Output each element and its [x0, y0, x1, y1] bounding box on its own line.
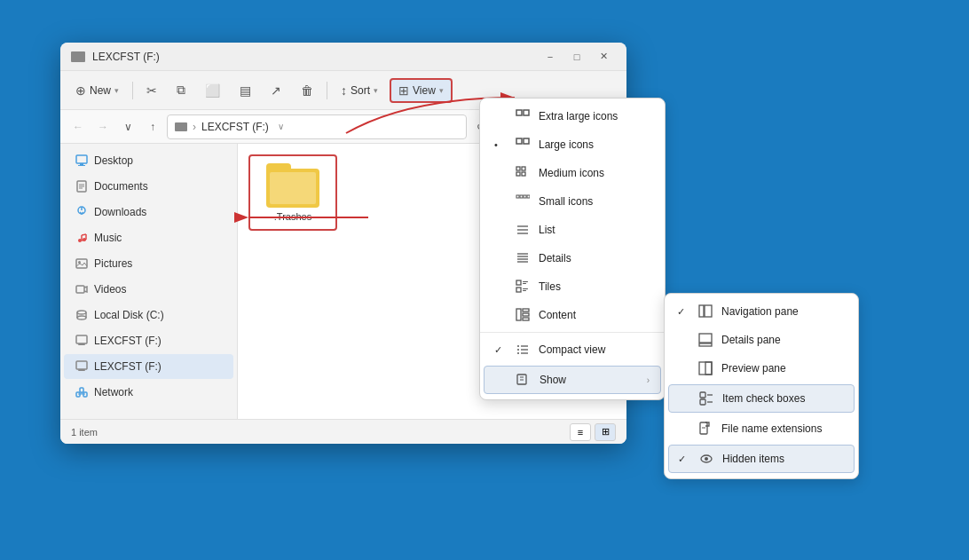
list-icon — [516, 223, 530, 237]
sidebar-item-local-disk[interactable]: Local Disk (C:) — [64, 303, 233, 327]
new-button[interactable]: ⊕ New ▾ — [67, 79, 127, 102]
view-toggles: ≡ ⊞ — [570, 423, 616, 441]
submenu-item-check[interactable]: Item check boxes — [668, 384, 855, 413]
svg-rect-75 — [705, 362, 712, 375]
hidden-icon — [699, 452, 713, 466]
submenu-details-pane[interactable]: Details pane — [665, 326, 858, 354]
dropdown-button[interactable]: ∨ — [117, 116, 138, 138]
menu-small[interactable]: Small icons — [480, 187, 665, 216]
music-label: Music — [94, 232, 122, 244]
details-pane-icon — [698, 333, 713, 347]
rename-button[interactable]: ▤ — [232, 79, 259, 102]
view-button[interactable]: ⊞ View ▾ — [390, 78, 453, 103]
svg-rect-53 — [523, 281, 528, 282]
submenu-hidden[interactable]: ✓ Hidden items — [668, 445, 855, 473]
large-icon — [516, 138, 530, 152]
menu-show[interactable]: Show › — [484, 366, 661, 394]
svg-rect-34 — [516, 138, 522, 144]
show-label: Show — [540, 374, 638, 386]
menu-medium[interactable]: Medium icons — [480, 159, 665, 187]
sidebar-item-desktop[interactable]: Desktop — [64, 148, 233, 173]
submenu-file-ext[interactable]: File name extensions — [665, 414, 858, 443]
sidebar-item-lexcfst2[interactable]: LEXCFST (F:) — [64, 354, 233, 379]
copy-icon: ⧉ — [177, 83, 185, 98]
delete-button[interactable]: 🗑 — [293, 79, 321, 102]
svg-rect-57 — [516, 309, 521, 320]
folder-item-trashes[interactable]: .Trashes — [248, 154, 337, 231]
extra-large-icon — [516, 109, 530, 123]
sidebar: Desktop Documents Downloads Music — [60, 144, 238, 419]
svg-point-21 — [77, 316, 86, 319]
svg-rect-77 — [700, 399, 705, 405]
sidebar-item-network[interactable]: Network — [64, 380, 233, 405]
file-ext-label: File name extensions — [721, 422, 822, 435]
svg-rect-43 — [527, 195, 530, 198]
menu-sep — [480, 332, 665, 333]
svg-rect-37 — [522, 167, 525, 170]
svg-rect-25 — [78, 369, 85, 371]
sidebar-item-music[interactable]: Music — [64, 225, 233, 250]
item-count: 1 item — [71, 427, 98, 438]
submenu-nav-pane[interactable]: ✓ Navigation pane — [665, 297, 858, 326]
rename-icon: ▤ — [240, 83, 251, 98]
sidebar-item-downloads[interactable]: Downloads — [64, 200, 233, 225]
tiles-label: Tiles — [539, 280, 650, 293]
sidebar-item-videos[interactable]: Videos — [64, 277, 233, 302]
view-chevron: ▾ — [439, 86, 444, 95]
cut-button[interactable]: ✂ — [138, 79, 165, 102]
list-view-toggle[interactable]: ≡ — [570, 423, 591, 441]
svg-rect-33 — [524, 110, 529, 115]
svg-rect-41 — [520, 195, 523, 198]
minimize-button[interactable]: − — [538, 48, 563, 66]
sidebar-item-documents[interactable]: Documents — [64, 174, 233, 199]
menu-list[interactable]: List — [480, 216, 665, 244]
content-icon — [516, 308, 530, 322]
submenu-preview-pane[interactable]: Preview pane — [665, 354, 858, 383]
share-button[interactable]: ↗ — [263, 79, 289, 102]
forward-button[interactable]: → — [92, 116, 114, 138]
lexcfst2-icon — [75, 359, 89, 374]
downloads-icon — [75, 205, 89, 219]
music-icon — [75, 231, 89, 245]
local-disk-label: Local Disk (C:) — [94, 309, 164, 321]
grid-view-toggle[interactable]: ⊞ — [595, 423, 616, 441]
large-label: Large icons — [539, 138, 650, 151]
svg-point-62 — [517, 349, 519, 351]
close-button[interactable]: ✕ — [591, 48, 616, 66]
medium-label: Medium icons — [539, 167, 650, 179]
sort-button[interactable]: ↕ Sort ▾ — [333, 79, 386, 102]
address-field[interactable]: › LEXCFST (F:) ∨ — [167, 114, 467, 139]
svg-rect-59 — [523, 313, 529, 316]
svg-rect-52 — [516, 288, 521, 292]
maximize-button[interactable]: □ — [564, 48, 589, 66]
delete-icon: 🗑 — [301, 83, 313, 98]
drive-icon — [175, 122, 187, 131]
sidebar-item-lexcfst1[interactable]: LEXCFST (F:) — [64, 328, 233, 353]
menu-extra-large[interactable]: Extra large icons — [480, 102, 665, 130]
svg-rect-0 — [76, 155, 87, 163]
preview-pane-icon — [698, 361, 713, 375]
hidden-label: Hidden items — [722, 453, 784, 465]
paste-button[interactable]: ⬜ — [197, 79, 228, 102]
show-icon — [516, 373, 531, 387]
up-button[interactable]: ↑ — [142, 116, 163, 138]
back-button[interactable]: ← — [67, 116, 89, 138]
menu-compact[interactable]: ✓ Compact view — [480, 335, 665, 364]
menu-large[interactable]: • Large icons — [480, 130, 665, 159]
lexcfst1-icon — [75, 334, 89, 348]
menu-content[interactable]: Content — [480, 301, 665, 329]
svg-rect-70 — [699, 305, 704, 317]
svg-point-63 — [517, 352, 519, 354]
item-check-label: Item check boxes — [722, 392, 805, 405]
sidebar-item-pictures[interactable]: Pictures — [64, 251, 233, 276]
title-bar: LEXCFST (F:) − □ ✕ — [60, 43, 626, 71]
menu-details[interactable]: Details — [480, 244, 665, 272]
svg-point-18 — [77, 311, 86, 314]
svg-rect-56 — [523, 290, 526, 291]
svg-rect-60 — [523, 318, 529, 320]
copy-button[interactable]: ⧉ — [169, 78, 193, 102]
menu-tiles[interactable]: Tiles — [480, 272, 665, 301]
view-menu: Extra large icons • Large icons Medium i… — [479, 98, 666, 400]
svg-point-16 — [78, 261, 81, 264]
share-icon: ↗ — [271, 83, 281, 98]
